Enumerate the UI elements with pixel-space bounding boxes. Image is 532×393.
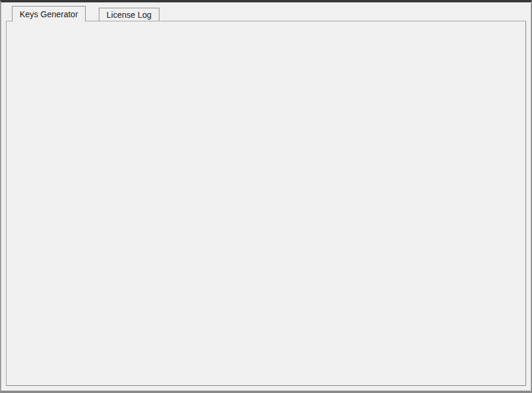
tab-label: Keys Generator (20, 10, 78, 19)
tab-license-log[interactable]: License Log (99, 8, 159, 21)
tab-label: License Log (107, 10, 152, 20)
keys-generator-tab-page (6, 21, 526, 386)
tab-keys-generator[interactable]: Keys Generator (12, 6, 86, 21)
keys-generator-window: License Log Keys Generator Registration … (0, 0, 532, 393)
